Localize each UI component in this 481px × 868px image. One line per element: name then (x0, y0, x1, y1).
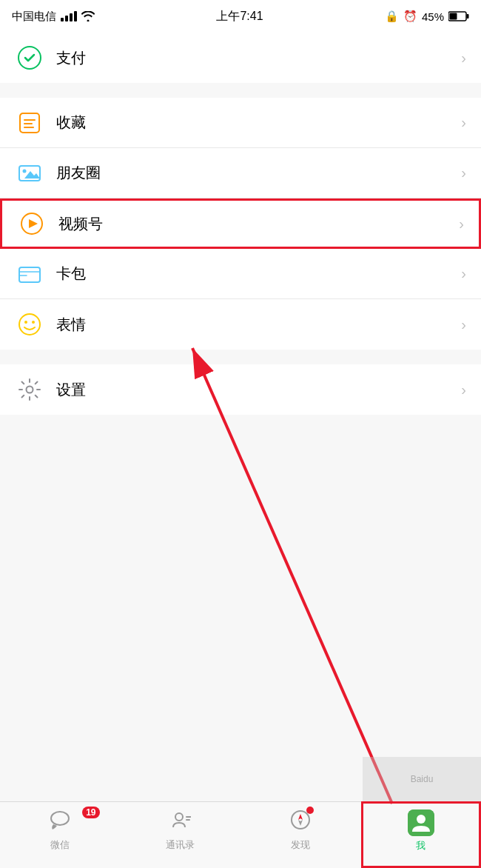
svg-marker-23 (298, 814, 303, 820)
wallet-label: 卡包 (56, 264, 461, 284)
payment-icon (15, 43, 44, 73)
svg-line-28 (192, 348, 392, 804)
stickers-icon (15, 310, 44, 339)
section-gap-1 (0, 90, 481, 98)
settings-icon (15, 375, 44, 404)
channels-icon (17, 209, 47, 238)
svg-rect-13 (19, 267, 40, 282)
svg-point-15 (24, 321, 27, 324)
svg-point-14 (19, 314, 40, 335)
tab-contacts[interactable]: 通讯录 (121, 809, 241, 852)
menu-item-moments[interactable]: 朋友圈 › (0, 148, 481, 198)
menu-item-payment[interactable]: 支付 › (0, 33, 481, 83)
wallet-icon (15, 259, 44, 289)
channels-label: 视频号 (58, 214, 459, 234)
menu-section-main: 收藏 › 朋友圈 › 视频号 › (0, 98, 481, 350)
svg-marker-12 (29, 219, 38, 228)
menu-item-stickers[interactable]: 表情 › (0, 299, 481, 350)
section-gap-2 (0, 357, 481, 364)
settings-label: 设置 (56, 380, 461, 400)
payment-label: 支付 (56, 48, 461, 68)
status-right: 🔒 ⏰ 45% (385, 10, 469, 23)
svg-marker-9 (24, 171, 40, 178)
contacts-icon (170, 809, 191, 835)
wifi-icon (81, 11, 95, 21)
svg-point-19 (175, 813, 183, 821)
menu-item-settings[interactable]: 设置 › (0, 364, 481, 415)
battery-label: 45% (422, 10, 444, 23)
favorites-chevron: › (461, 114, 466, 131)
stickers-chevron: › (461, 316, 466, 333)
menu-section-payment: 支付 › (0, 33, 481, 83)
svg-point-22 (292, 811, 309, 829)
lock-icon: 🔒 (385, 10, 399, 23)
moments-label: 朋友圈 (56, 163, 461, 183)
settings-chevron: › (461, 381, 466, 398)
contacts-label: 通讯录 (166, 838, 195, 852)
chat-icon (50, 809, 70, 835)
wallet-chevron: › (461, 265, 466, 282)
watermark: Baidu (363, 757, 481, 801)
channels-chevron: › (459, 216, 464, 233)
discover-label: 发现 (291, 838, 310, 852)
payment-chevron: › (461, 50, 466, 67)
svg-rect-2 (449, 13, 457, 20)
svg-point-17 (27, 387, 33, 393)
battery-icon (448, 11, 469, 21)
tab-wechat[interactable]: 19 微信 (0, 809, 121, 852)
svg-point-10 (23, 169, 27, 173)
menu-item-favorites[interactable]: 收藏 › (0, 98, 481, 148)
svg-marker-24 (298, 820, 303, 826)
alarm-icon: ⏰ (403, 10, 417, 23)
favorites-icon (15, 108, 44, 138)
wechat-label: 微信 (50, 838, 70, 852)
moments-chevron: › (461, 164, 466, 181)
tab-me-highlight-box (361, 801, 481, 868)
wechat-badge: 19 (82, 807, 99, 818)
tab-discover[interactable]: 发现 (240, 809, 361, 852)
menu-section-settings: 设置 › (0, 364, 481, 415)
svg-point-18 (51, 812, 69, 825)
signal-icon (61, 11, 77, 21)
menu-item-wallet[interactable]: 卡包 › (0, 249, 481, 299)
moments-icon (15, 158, 44, 188)
menu-item-channels[interactable]: 视频号 › (0, 198, 481, 249)
status-time: 上午7:41 (216, 9, 263, 24)
stickers-label: 表情 (56, 315, 461, 335)
favorites-label: 收藏 (56, 113, 461, 133)
carrier-label: 中国电信 (12, 10, 56, 24)
status-left: 中国电信 (12, 10, 95, 24)
status-bar: 中国电信 上午7:41 🔒 ⏰ 45% (0, 0, 481, 33)
svg-point-3 (18, 47, 41, 69)
svg-rect-1 (466, 14, 468, 19)
section-gap-3 (0, 422, 481, 570)
svg-point-16 (32, 321, 35, 324)
